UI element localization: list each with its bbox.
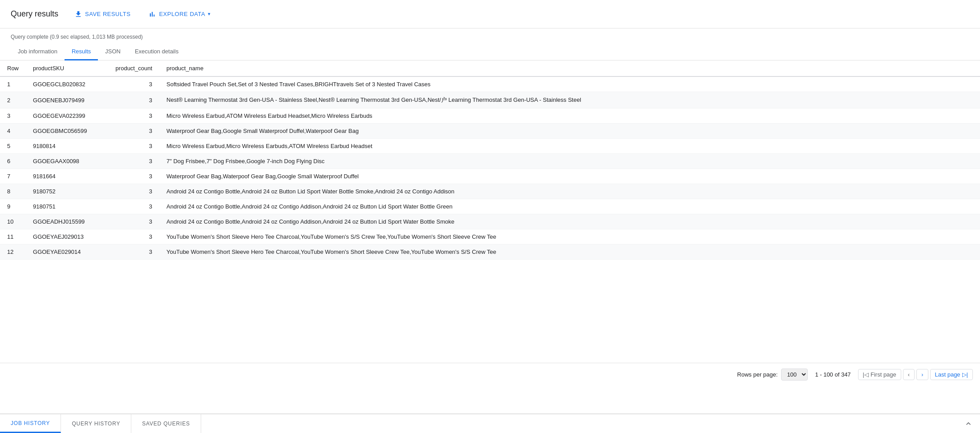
cell-count: 3 <box>106 108 159 124</box>
page-title: Query results <box>11 9 58 19</box>
cell-name: Android 24 oz Contigo Bottle,Android 24 … <box>159 184 980 199</box>
rows-per-page-label: Rows per page: <box>737 371 778 378</box>
table-row: 10 GGOEADHJ015599 3 Android 24 oz Contig… <box>0 214 980 229</box>
table-row: 6 GGOEGAAX0098 3 7" Dog Frisbee,7" Dog F… <box>0 154 980 169</box>
col-header-row: Row <box>0 60 26 76</box>
cell-row: 6 <box>0 154 26 169</box>
collapse-button[interactable] <box>957 414 980 433</box>
pagination-bar: Rows per page: 100 50 200 1 - 100 of 347… <box>0 363 980 386</box>
cell-count: 3 <box>106 154 159 169</box>
save-results-label: SAVE RESULTS <box>85 11 130 17</box>
cell-sku: 9180751 <box>26 199 106 214</box>
tab-results[interactable]: Results <box>65 44 98 60</box>
cell-count: 3 <box>106 199 159 214</box>
table-row: 2 GGOENEBJ079499 3 Nest® Learning Thermo… <box>0 92 980 108</box>
last-page-button[interactable]: Last page ▷| <box>930 369 973 380</box>
cell-name: Nest® Learning Thermostat 3rd Gen-USA - … <box>159 92 980 108</box>
cell-name: Android 24 oz Contigo Bottle,Android 24 … <box>159 214 980 229</box>
cell-count: 3 <box>106 229 159 245</box>
bottom-tab-job-history[interactable]: JOB HISTORY <box>0 414 61 433</box>
bottom-bar: JOB HISTORY QUERY HISTORY SAVED QUERIES <box>0 413 980 433</box>
cell-sku: GGOEGBMC056599 <box>26 124 106 139</box>
cell-name: Android 24 oz Contigo Bottle,Android 24 … <box>159 199 980 214</box>
tab-execution-details[interactable]: Execution details <box>128 44 186 60</box>
tab-json[interactable]: JSON <box>98 44 128 60</box>
col-header-count: product_count <box>106 60 159 76</box>
download-icon <box>74 10 82 18</box>
first-page-button[interactable]: |◁ First page <box>858 369 901 380</box>
cell-sku: GGOEYAEJ029013 <box>26 229 106 245</box>
table-row: 5 9180814 3 Micro Wireless Earbud,Micro … <box>0 139 980 154</box>
status-message: Query complete (0.9 sec elapsed, 1,013 M… <box>11 34 143 40</box>
bottom-tab-query-history[interactable]: QUERY HISTORY <box>61 414 131 433</box>
prev-page-icon: ‹ <box>908 371 910 378</box>
table-row: 7 9181664 3 Waterproof Gear Bag,Waterpoo… <box>0 169 980 184</box>
cell-name: Micro Wireless Earbud,Micro Wireless Ear… <box>159 139 980 154</box>
cell-row: 1 <box>0 76 26 92</box>
header: Query results SAVE RESULTS EXPLORE DATA … <box>0 0 980 28</box>
cell-sku: GGOEGAAX0098 <box>26 154 106 169</box>
cell-row: 4 <box>0 124 26 139</box>
cell-row: 7 <box>0 169 26 184</box>
table-row: 4 GGOEGBMC056599 3 Waterproof Gear Bag,G… <box>0 124 980 139</box>
prev-page-button[interactable]: ‹ <box>903 369 915 380</box>
cell-name: 7" Dog Frisbee,7" Dog Frisbee,Google 7-i… <box>159 154 980 169</box>
save-results-button[interactable]: SAVE RESULTS <box>73 7 132 22</box>
table-row: 8 9180752 3 Android 24 oz Contigo Bottle… <box>0 184 980 199</box>
last-page-icon: ▷| <box>962 371 968 378</box>
cell-row: 5 <box>0 139 26 154</box>
cell-count: 3 <box>106 184 159 199</box>
cell-name: Micro Wireless Earbud,ATOM Wireless Earb… <box>159 108 980 124</box>
col-header-sku: productSKU <box>26 60 106 76</box>
cell-sku: GGOENEBJ079499 <box>26 92 106 108</box>
page-info: 1 - 100 of 347 <box>815 371 850 378</box>
cell-row: 9 <box>0 199 26 214</box>
table-row: 3 GGOEGEVA022399 3 Micro Wireless Earbud… <box>0 108 980 124</box>
cell-row: 2 <box>0 92 26 108</box>
first-page-label: First page <box>871 371 896 378</box>
explore-data-label: EXPLORE DATA <box>159 11 205 17</box>
table-header: Row productSKU product_count product_nam… <box>0 60 980 76</box>
cell-name: YouTube Women's Short Sleeve Hero Tee Ch… <box>159 245 980 260</box>
results-table-container: Row productSKU product_count product_nam… <box>0 60 980 363</box>
cell-count: 3 <box>106 169 159 184</box>
col-header-name: product_name <box>159 60 980 76</box>
cell-name: Waterproof Gear Bag,Waterpoof Gear Bag,G… <box>159 169 980 184</box>
rows-per-page-control: Rows per page: 100 50 200 <box>737 369 808 381</box>
explore-data-button[interactable]: EXPLORE DATA ▾ <box>146 7 212 22</box>
chevron-down-icon: ▾ <box>208 11 211 17</box>
tab-job-information[interactable]: Job information <box>11 44 65 60</box>
cell-name: Softsided Travel Pouch Set,Set of 3 Nest… <box>159 76 980 92</box>
cell-sku: GGOEADHJ015599 <box>26 214 106 229</box>
cell-count: 3 <box>106 245 159 260</box>
cell-name: Waterproof Gear Bag,Google Small Waterpr… <box>159 124 980 139</box>
cell-row: 12 <box>0 245 26 260</box>
first-page-icon: |◁ <box>863 371 869 378</box>
rows-per-page-select[interactable]: 100 50 200 <box>781 369 808 381</box>
cell-sku: GGOEGEVA022399 <box>26 108 106 124</box>
table-row: 1 GGOEGCLB020832 3 Softsided Travel Pouc… <box>0 76 980 92</box>
tabs-bar: Job information Results JSON Execution d… <box>0 44 980 60</box>
status-bar: Query complete (0.9 sec elapsed, 1,013 M… <box>0 28 980 40</box>
table-row: 12 GGOEYAE029014 3 YouTube Women's Short… <box>0 245 980 260</box>
table-row: 9 9180751 3 Android 24 oz Contigo Bottle… <box>0 199 980 214</box>
cell-sku: 9181664 <box>26 169 106 184</box>
table-body: 1 GGOEGCLB020832 3 Softsided Travel Pouc… <box>0 76 980 260</box>
next-page-button[interactable]: › <box>916 369 928 380</box>
page-navigation: |◁ First page ‹ › Last page ▷| <box>858 369 973 380</box>
cell-sku: 9180752 <box>26 184 106 199</box>
cell-row: 11 <box>0 229 26 245</box>
cell-sku: 9180814 <box>26 139 106 154</box>
cell-count: 3 <box>106 214 159 229</box>
cell-row: 3 <box>0 108 26 124</box>
cell-name: YouTube Women's Short Sleeve Hero Tee Ch… <box>159 229 980 245</box>
next-page-icon: › <box>921 371 923 378</box>
collapse-icon <box>964 419 973 428</box>
last-page-label: Last page <box>935 371 960 378</box>
table-row: 11 GGOEYAEJ029013 3 YouTube Women's Shor… <box>0 229 980 245</box>
cell-row: 8 <box>0 184 26 199</box>
cell-count: 3 <box>106 124 159 139</box>
bottom-tab-saved-queries[interactable]: SAVED QUERIES <box>131 414 201 433</box>
explore-icon <box>148 10 156 18</box>
cell-sku: GGOEYAE029014 <box>26 245 106 260</box>
